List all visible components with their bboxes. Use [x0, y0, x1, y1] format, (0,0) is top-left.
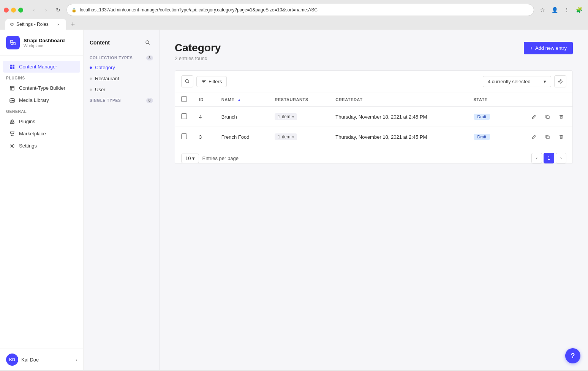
- page-1-button[interactable]: 1: [544, 153, 554, 163]
- inactive-dot-icon: [90, 78, 92, 80]
- row-name-2: French Food: [215, 127, 269, 147]
- refresh-button[interactable]: ↻: [53, 5, 63, 15]
- select-all-checkbox[interactable]: [181, 96, 187, 102]
- row-checkbox-2[interactable]: [181, 133, 187, 139]
- next-page-button[interactable]: ›: [556, 153, 566, 163]
- add-entry-button[interactable]: + Add new entry: [524, 42, 573, 54]
- sidebar-footer: KD Kai Doe ‹: [0, 349, 83, 370]
- content-search-button[interactable]: [142, 37, 153, 48]
- table-container: Filters 4 currently selected ▾: [175, 70, 573, 164]
- content-type-builder-icon: [9, 86, 15, 91]
- pagination: 10 ▾ Entries per page ‹ 1 ›: [175, 147, 572, 163]
- plugins-section-label: Plugins: [0, 73, 83, 82]
- svg-rect-1: [13, 65, 14, 67]
- sidebar-nav: Content Manager Plugins Content-Type Bui…: [0, 56, 83, 349]
- sort-icon: ▲: [237, 98, 241, 102]
- address-bar[interactable]: 🔒 localhost:1337/admin/content-manager/c…: [66, 4, 534, 16]
- sidebar-item-category[interactable]: Category: [84, 62, 159, 73]
- maximize-traffic-light[interactable]: [18, 8, 23, 13]
- col-header-createdat: CREATEDAT: [329, 92, 467, 107]
- svg-point-11: [146, 41, 149, 44]
- col-header-name[interactable]: NAME ▲: [215, 92, 269, 107]
- back-button[interactable]: ‹: [28, 5, 39, 15]
- profile-icon[interactable]: 👤: [549, 5, 560, 15]
- row-id-2: 3: [193, 127, 215, 147]
- sidebar-item-label-settings: Settings: [19, 143, 37, 149]
- per-page-dropdown[interactable]: 10 ▾: [181, 154, 199, 163]
- extension-icon[interactable]: 🧩: [574, 5, 584, 15]
- content-manager-icon: [9, 64, 15, 70]
- edit-button-2[interactable]: [528, 132, 539, 142]
- svg-rect-4: [10, 86, 14, 90]
- sidebar-item-restaurant[interactable]: Restaurant: [84, 73, 159, 84]
- chevron-down-icon: ▾: [292, 115, 294, 119]
- row-id-1: 4: [193, 107, 215, 127]
- general-section-label: General: [0, 106, 83, 115]
- table-search-button[interactable]: [181, 75, 193, 87]
- brand-name: Strapi Dashboard: [24, 38, 65, 43]
- sidebar-item-media-library[interactable]: Media Library: [3, 94, 80, 106]
- sidebar-item-settings[interactable]: Settings: [3, 140, 80, 152]
- active-dot-icon: [90, 67, 92, 69]
- delete-button-1[interactable]: [556, 111, 566, 122]
- collection-types-label: Collection Types 3: [84, 52, 159, 62]
- forward-button[interactable]: ›: [41, 5, 51, 15]
- svg-point-10: [11, 145, 13, 147]
- sidebar-item-label-marketplace: Marketplace: [19, 131, 46, 136]
- lock-icon: 🔒: [71, 8, 77, 13]
- brand-sub: Workplace: [24, 43, 65, 48]
- media-library-icon: [9, 98, 15, 103]
- svg-point-12: [185, 79, 188, 82]
- sidebar-item-user[interactable]: User: [84, 84, 159, 95]
- address-text: localhost:1337/admin/content-manager/col…: [80, 7, 529, 13]
- collapse-sidebar-button[interactable]: ‹: [76, 357, 77, 362]
- per-page-label: Entries per page: [202, 155, 238, 161]
- table-row: 3 French Food 1 item ▾ Thursday, Novembe…: [175, 127, 572, 147]
- settings-icon: [9, 143, 15, 149]
- sidebar-item-marketplace[interactable]: Marketplace: [3, 128, 80, 140]
- status-badge-1: Draft: [474, 114, 490, 120]
- collection-types-count: 3: [146, 55, 153, 60]
- menu-icon[interactable]: ⋮: [561, 5, 572, 15]
- prev-page-button[interactable]: ‹: [531, 153, 542, 163]
- entries-count: 2 entries found: [175, 55, 221, 61]
- delete-button-2[interactable]: [556, 132, 566, 142]
- content-sidebar: Content Collection Types 3 Category Rest…: [84, 30, 160, 370]
- svg-point-8: [11, 135, 12, 136]
- sidebar-item-content-manager[interactable]: Content Manager: [3, 61, 80, 73]
- bookmark-icon[interactable]: ☆: [537, 5, 548, 15]
- left-sidebar: Strapi Dashboard Workplace Content Manag…: [0, 30, 84, 370]
- table-settings-button[interactable]: [554, 75, 566, 87]
- sidebar-item-label-user: User: [95, 87, 105, 92]
- close-tab-button[interactable]: ×: [55, 21, 62, 27]
- row-actions-2: [512, 132, 566, 142]
- row-checkbox-1[interactable]: [181, 113, 187, 119]
- columns-selector[interactable]: 4 currently selected ▾: [483, 76, 551, 87]
- minimize-traffic-light[interactable]: [11, 8, 16, 13]
- add-entry-icon: +: [530, 45, 533, 51]
- chevron-down-icon-3: ▾: [192, 155, 195, 161]
- copy-button-2[interactable]: [542, 132, 553, 142]
- sidebar-item-label-content-manager: Content Manager: [19, 64, 57, 70]
- sidebar-item-content-type-builder[interactable]: Content-Type Builder: [3, 82, 80, 94]
- sidebar-item-label-content-type-builder: Content-Type Builder: [19, 85, 65, 91]
- sidebar-item-label-restaurant: Restaurant: [95, 76, 119, 81]
- new-tab-button[interactable]: +: [68, 19, 78, 30]
- table-toolbar: Filters 4 currently selected ▾: [175, 71, 572, 92]
- restaurants-tag-2[interactable]: 1 item ▾: [275, 133, 297, 140]
- svg-point-9: [13, 135, 13, 136]
- add-entry-label: Add new entry: [535, 45, 567, 51]
- sidebar-item-plugins[interactable]: Plugins: [3, 116, 80, 127]
- svg-rect-15: [547, 136, 549, 139]
- active-tab[interactable]: ⚙ Settings - Roles ×: [5, 19, 66, 30]
- edit-button-1[interactable]: [528, 111, 539, 122]
- sidebar-item-label-media-library: Media Library: [19, 97, 49, 103]
- avatar: KD: [6, 354, 18, 366]
- help-button[interactable]: ?: [565, 348, 580, 363]
- close-traffic-light[interactable]: [4, 8, 9, 13]
- restaurants-tag-1[interactable]: 1 item ▾: [275, 113, 297, 120]
- sidebar-item-label-category: Category: [95, 65, 115, 70]
- filters-label: Filters: [209, 79, 222, 84]
- filters-button[interactable]: Filters: [196, 76, 227, 87]
- copy-button-1[interactable]: [542, 111, 553, 122]
